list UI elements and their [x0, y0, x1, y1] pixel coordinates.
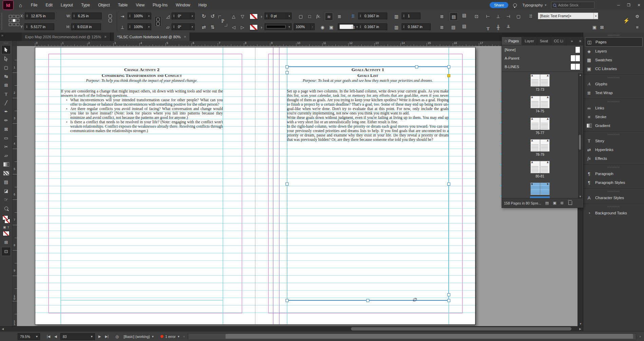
horizontal-scrollbar[interactable]: ◀ ▶: [0, 326, 583, 332]
blending-mode-icon[interactable]: ◉: [319, 23, 326, 31]
object-effects-icon[interactable]: ▣: [328, 23, 335, 31]
scale-y-field[interactable]: ▲▼100%▾: [128, 23, 151, 30]
rotation-field-chevron-icon[interactable]: ▾: [190, 13, 194, 19]
corner-options-icon[interactable]: ▢: [297, 13, 305, 20]
menu-edit[interactable]: Edit: [41, 0, 57, 10]
scroll-left-arrow[interactable]: ◀: [0, 327, 5, 331]
object-style-select[interactable]: [Basic Text Frame]+▾: [538, 13, 598, 19]
share-button[interactable]: Share: [490, 2, 508, 8]
dock-group-grip[interactable]: [608, 101, 620, 102]
panel-scroll-up-arrow[interactable]: ▲: [579, 73, 582, 77]
master-row-a-parent[interactable]: A-Parent: [502, 54, 583, 62]
zoom-tool[interactable]: [2, 204, 11, 213]
menu-plug-ins[interactable]: Plug-Ins: [149, 0, 172, 10]
selection-handle[interactable]: [447, 65, 450, 68]
y-position-field[interactable]: Y:▲▼5.5177 in: [20, 23, 54, 30]
columns-icon[interactable]: ▥: [393, 13, 400, 20]
eyedropper-tool[interactable]: ◪: [2, 187, 11, 195]
rectangle-tool[interactable]: ▭: [2, 134, 11, 142]
indesign-logo[interactable]: Id: [3, 0, 14, 10]
panel-menu-icon[interactable]: ≡: [578, 37, 583, 45]
fill-color-swatch[interactable]: [250, 24, 258, 30]
stroke-style-select[interactable]: ▾: [265, 23, 292, 30]
distribute-top-icon[interactable]: ╥: [484, 23, 492, 31]
frame-tool[interactable]: ⊠: [2, 125, 11, 133]
opacity-field-arrow-icon[interactable]: ›: [310, 24, 314, 30]
spread-item[interactable]: AA74-75: [502, 96, 578, 113]
shear-field-chevron-icon[interactable]: ▾: [190, 24, 194, 30]
scroll-down-arrow[interactable]: ▼: [578, 322, 583, 325]
stroke-style-chevron-icon[interactable]: ▾: [287, 24, 291, 30]
dock-grip[interactable]: [608, 35, 620, 36]
panel-expand-icon[interactable]: »: [569, 37, 575, 45]
align-right-icon[interactable]: ⊣: [505, 13, 512, 20]
left-page-text-frame[interactable]: Change Activity 2 Considering Transforma…: [61, 67, 223, 133]
next-page-button[interactable]: ▶: [96, 335, 103, 338]
page-number-field[interactable]: 83▾: [60, 333, 95, 340]
frame-fitting-icon[interactable]: ⊡: [473, 13, 480, 20]
align-center-icon[interactable]: ⊥: [494, 13, 502, 20]
wrap-offset-field[interactable]: ▲▼0.1667 in: [358, 13, 387, 19]
adobe-stock-search[interactable]: Adobe Stock: [551, 2, 594, 9]
line-tool[interactable]: ╱: [2, 99, 11, 107]
dock-group-grip[interactable]: [608, 77, 620, 78]
dock-item-layers[interactable]: ◈Layers: [585, 47, 643, 56]
note-tool[interactable]: ▤: [2, 178, 11, 186]
preflight-profile[interactable]: [Basic] (working): [123, 335, 150, 339]
scale-x-field-chevron-icon[interactable]: ▾: [147, 13, 151, 19]
menu-file[interactable]: File: [27, 0, 41, 10]
constrain-proportions-link[interactable]: [109, 14, 112, 22]
select-previous-object-icon[interactable]: ◁: [230, 23, 237, 31]
first-page-button[interactable]: |◀: [45, 335, 52, 338]
previous-page-button[interactable]: ◀: [52, 335, 59, 338]
table-icon[interactable]: ⊞: [2, 238, 11, 247]
select-content-icon[interactable]: ▽: [239, 13, 246, 20]
balance-columns-icon[interactable]: ▤: [461, 23, 468, 31]
select-next-object-icon[interactable]: ▷: [239, 23, 246, 31]
hand-tool[interactable]: ☞: [2, 195, 11, 204]
dock-item-character-styles[interactable]: ACharacter Styles: [585, 193, 643, 202]
gutter-field[interactable]: ▲▼0.1667 in: [402, 23, 431, 30]
shear-angle-icon[interactable]: ▱: [164, 23, 172, 31]
select-container-icon[interactable]: △: [230, 13, 237, 20]
width-field[interactable]: W:▲▼6.25 in: [66, 13, 102, 19]
control-panel-menu-icon[interactable]: ≡: [633, 23, 641, 31]
spread-item[interactable]: AA76-77: [502, 118, 578, 135]
columns-field[interactable]: ▲▼1: [402, 13, 421, 19]
panel-tab-swat[interactable]: Swat: [537, 37, 551, 45]
gap-tool[interactable]: ↹: [2, 72, 11, 81]
gradient-swatch-tool[interactable]: [2, 160, 11, 169]
dock-item-text-wrap[interactable]: ≣Text Wrap: [585, 88, 643, 97]
stroke-color-swatch[interactable]: [250, 14, 258, 19]
height-field[interactable]: H:▲▼9.0118 in: [66, 23, 101, 30]
dock-item-swatches[interactable]: ▦Swatches: [585, 56, 643, 64]
page-spread[interactable]: Change Activity 2 Considering Transforma…: [35, 47, 475, 325]
wrap-options-icon[interactable]: ⠿: [349, 13, 357, 20]
document-tab-1[interactable]: Expo Map 2026 Recommended.indd @ 125%✕: [22, 33, 111, 41]
dock-item-paragraph-styles[interactable]: ¶Paragraph Styles: [585, 178, 643, 187]
flip-vertical-icon[interactable]: ⇅: [209, 23, 216, 31]
link-scale-button[interactable]: [155, 16, 161, 26]
right-page-text-frame[interactable]: Goals Activity 1 Goals List Purpose: To …: [287, 67, 449, 142]
apply-none-swatch[interactable]: [3, 231, 9, 236]
tab-close-icon[interactable]: ✕: [184, 35, 187, 39]
panel-tab-pages[interactable]: ◇Pages: [502, 37, 522, 45]
last-page-button[interactable]: ▶|: [103, 335, 111, 338]
maximize-button[interactable]: ❒: [624, 3, 634, 7]
stroke-swatch-arrow-icon[interactable]: ›: [258, 13, 265, 20]
dock-item-hyperlinks[interactable]: ⇄Hyperlinks: [585, 145, 643, 154]
live-corner-handle[interactable]: [447, 74, 450, 77]
home-icon[interactable]: ⌂: [19, 2, 22, 8]
selection-handle[interactable]: [286, 71, 289, 74]
master-row--none-[interactable]: [None]: [502, 45, 583, 54]
selection-handle[interactable]: [447, 293, 450, 296]
list-options2-icon[interactable]: ≣: [438, 23, 446, 31]
menu-layout[interactable]: Layout: [57, 0, 77, 10]
opacity-field[interactable]: 100%›: [294, 23, 315, 30]
ruler-origin[interactable]: [12, 41, 17, 46]
fill-proxy-swatch[interactable]: [2, 215, 8, 220]
distribute-center-icon[interactable]: ╫: [494, 23, 502, 31]
statusbar-scroll-thumb[interactable]: [226, 334, 633, 339]
scroll-right-arrow[interactable]: ▶: [578, 327, 583, 331]
menu-object[interactable]: Object: [94, 0, 114, 10]
